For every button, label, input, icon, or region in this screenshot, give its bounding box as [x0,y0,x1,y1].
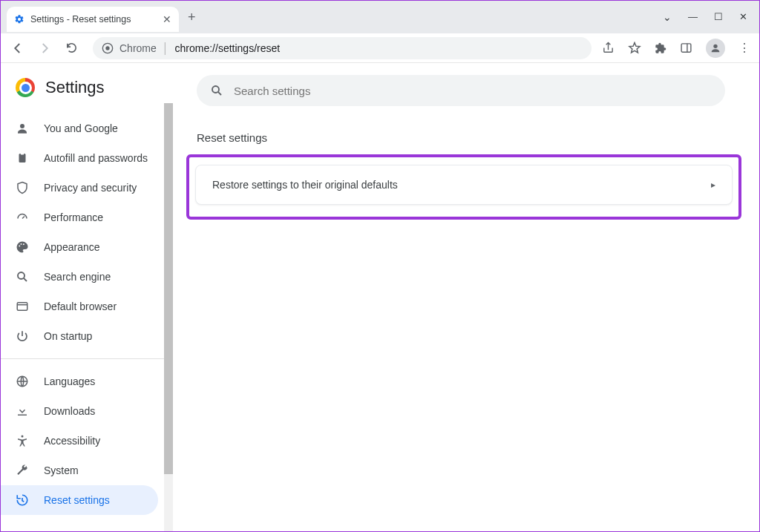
search-icon [210,84,223,97]
sidebar-item-label: Accessibility [44,435,100,447]
new-tab-button[interactable]: + [188,10,196,25]
accessibility-icon [16,434,30,447]
svg-point-10 [23,243,24,245]
download-icon [16,404,30,418]
clipboard-icon [16,151,30,165]
power-icon [16,329,30,343]
search-icon [16,270,30,283]
sidebar-item-label: Search engine [44,271,111,283]
svg-rect-13 [17,303,27,311]
forward-button[interactable] [36,40,53,56]
search-input[interactable] [234,85,712,97]
speedometer-icon [16,211,30,224]
svg-point-9 [21,243,22,245]
window-titlebar: Settings - Reset settings ✕ + ⌄ — ☐ ✕ [1,1,759,33]
sidebar-item-autofill[interactable]: Autofill and passwords [1,143,173,173]
url-field[interactable]: Chrome │ chrome://settings/reset [93,37,592,59]
svg-point-11 [18,272,24,279]
url-divider: │ [163,42,169,54]
side-panel-icon[interactable] [680,42,692,54]
sidebar-divider [1,358,173,359]
svg-point-16 [22,436,24,438]
sidebar-item-you-and-google[interactable]: You and Google [1,114,173,143]
reload-button[interactable] [63,40,79,56]
tab-title: Settings - Reset settings [30,14,131,24]
sidebar-scrollbar[interactable] [164,103,173,531]
chevron-right-icon: ▸ [711,180,715,190]
sidebar-item-label: Reset settings [44,494,110,506]
gear-icon [14,14,24,24]
share-icon[interactable] [602,42,615,54]
chevron-down-icon[interactable]: ⌄ [663,11,672,23]
sidebar-item-reset-settings[interactable]: Reset settings [1,485,158,515]
maximize-button[interactable]: ☐ [714,11,723,23]
sidebar-item-label: Languages [44,375,95,387]
sidebar-item-label: System [44,464,79,476]
svg-point-8 [19,246,20,247]
sidebar-item-appearance[interactable]: Appearance [1,232,173,262]
sidebar-item-label: Autofill and passwords [44,152,148,164]
sidebar-item-privacy[interactable]: Privacy and security [1,173,173,203]
sidebar-item-default-browser[interactable]: Default browser [1,292,173,321]
menu-icon[interactable]: ⋮ [738,41,750,55]
sidebar-item-label: Default browser [44,301,117,312]
sidebar-item-label: On startup [44,330,92,342]
wrench-icon [16,464,30,477]
svg-rect-2 [681,44,691,52]
sidebar-item-performance[interactable]: Performance [1,203,173,232]
minimize-button[interactable]: — [688,11,698,23]
person-icon [16,122,30,135]
restore-icon [16,493,30,507]
sidebar-item-languages[interactable]: Languages [1,367,173,396]
close-window-button[interactable]: ✕ [739,11,747,23]
palette-icon [16,240,30,254]
profile-avatar[interactable] [706,39,725,58]
svg-line-12 [24,278,27,281]
scrollbar-thumb[interactable] [164,103,173,474]
browser-tab[interactable]: Settings - Reset settings ✕ [7,7,179,32]
close-tab-icon[interactable]: ✕ [163,13,171,25]
sidebar-item-label: Privacy and security [44,182,137,194]
svg-point-1 [105,46,109,50]
sidebar-item-on-startup[interactable]: On startup [1,321,173,351]
svg-point-5 [20,124,24,128]
section-title: Reset settings [197,131,741,144]
url-path: chrome://settings/reset [175,42,281,54]
bookmark-icon[interactable] [628,42,641,55]
svg-line-18 [218,92,221,95]
svg-rect-6 [19,154,26,162]
sidebar-item-system[interactable]: System [1,456,173,485]
main-content: Reset settings Restore settings to their… [173,63,759,531]
sidebar-item-label: Appearance [44,241,100,253]
browser-icon [16,300,30,313]
sidebar-item-downloads[interactable]: Downloads [1,396,173,426]
sidebar-item-label: Performance [44,211,103,223]
site-info-icon[interactable] [102,42,114,54]
sidebar-item-search-engine[interactable]: Search engine [1,262,173,292]
sidebar-item-label: You and Google [44,122,118,134]
sidebar-header: Settings [1,63,173,112]
address-bar: Chrome │ chrome://settings/reset ⋮ [1,33,759,63]
url-scheme: Chrome [119,42,157,54]
shield-icon [16,181,30,194]
restore-defaults-button[interactable]: Restore settings to their original defau… [195,165,733,205]
globe-icon [16,375,30,388]
svg-rect-7 [21,153,24,155]
search-settings[interactable] [197,75,725,106]
window-controls: ⌄ — ☐ ✕ [663,11,759,23]
extensions-icon[interactable] [655,42,666,54]
sidebar-item-label: Downloads [44,405,95,417]
annotation-highlight: Restore settings to their original defau… [186,154,741,220]
card-label: Restore settings to their original defau… [212,179,398,191]
page-title: Settings [45,78,105,97]
svg-point-4 [713,44,717,47]
sidebar: Settings You and Google Autofill and pas… [1,63,173,531]
chrome-logo-icon [16,78,35,97]
back-button[interactable] [10,40,26,56]
svg-point-17 [212,86,219,93]
sidebar-item-accessibility[interactable]: Accessibility [1,426,173,456]
